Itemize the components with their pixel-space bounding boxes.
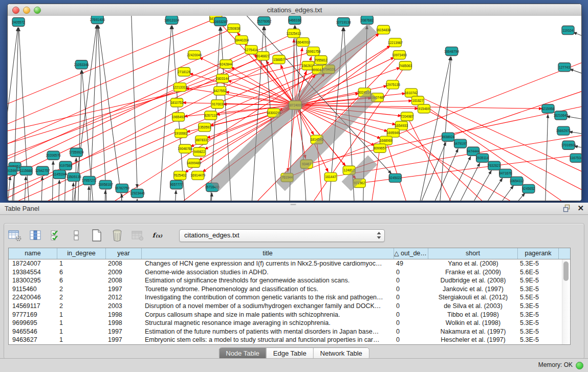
table-cell: 5.9E-5 [518, 276, 559, 285]
table-cell: Estimation of the future numbers of pati… [142, 327, 394, 336]
table-cell: 5.5E-5 [518, 293, 559, 302]
table-cell: Genome-wide association studies in ADHD. [142, 268, 394, 277]
table-cell: 2 [57, 302, 106, 311]
column-header-name[interactable]: name [9, 248, 57, 259]
table-cell: 2008 [106, 276, 142, 285]
table-cell: 9463627 [9, 336, 57, 344]
table-cell: Changes of HCN gene expression and I(f) … [142, 259, 394, 268]
column-header-out_de[interactable]: △ out_de… [394, 248, 428, 259]
table-toolbar: f (x) citations_edges.txt [8, 228, 385, 243]
table-row[interactable]: 977716911998Corpus callosum shape and si… [9, 311, 570, 319]
table-cell: 2 [57, 293, 106, 302]
table-cell: 5.6E-5 [518, 268, 559, 277]
table-cell: 5.3E-5 [518, 327, 559, 336]
table-cell: 1997 [106, 336, 142, 344]
table-cell: 1998 [106, 319, 142, 327]
window-title: citations_edges.txt [8, 4, 581, 16]
table-settings-icon[interactable] [8, 229, 21, 242]
table-header: namein_degreeyeartitle△ out_de…shortpage… [9, 248, 570, 259]
table-cell: 2009 [106, 268, 142, 277]
table-panel-title: Table Panel [5, 203, 39, 214]
table-cell: 9465546 [9, 327, 57, 336]
table-cell: 49 [394, 259, 428, 268]
column-header-pagerank[interactable]: pagerank [518, 248, 559, 259]
table-row[interactable]: 1938455462009Genome-wide association stu… [9, 268, 570, 277]
screen: citations_edges.txt 18724007183002952242… [0, 0, 588, 372]
table-cell: 9699695 [9, 319, 57, 327]
table-row[interactable]: 946554611997Estimation of the future num… [9, 327, 570, 336]
table-cell: 22420046 [9, 293, 57, 302]
table-cell: 0 [394, 319, 428, 327]
network-canvas[interactable]: 1872400718300295224200469242844271812628… [8, 16, 581, 201]
table-cell: Hescheler et al. (1997) [428, 336, 518, 344]
table-scrollbar[interactable] [562, 259, 570, 344]
table-row[interactable]: 2242004622012Investigating the contribut… [9, 293, 570, 302]
float-window-icon[interactable] [563, 204, 571, 212]
function-builder-icon[interactable]: f (x) [151, 229, 165, 242]
table-row[interactable]: 1872400712008Changes of HCN gene express… [9, 259, 570, 268]
table-cell: 5.3E-5 [518, 285, 559, 294]
table-cell: 0 [394, 276, 428, 285]
table-cell: Franke et al. (2009) [428, 268, 518, 277]
delete-table-icon[interactable] [111, 229, 124, 242]
column-header-title[interactable]: title [142, 248, 394, 259]
resize-grip-icon[interactable] [7, 15, 580, 200]
table-cell: Yano et al. (2008) [428, 259, 518, 268]
table-cell: 1 [57, 311, 106, 319]
table-cell: 1997 [106, 285, 142, 294]
table-panel-header[interactable]: Table Panel ✕ [0, 203, 588, 215]
table-cell: 19384554 [9, 268, 57, 277]
table-cell: 0 [394, 268, 428, 277]
column-header-in_degree[interactable]: in_degree [57, 248, 106, 259]
table-row[interactable]: 969969511998Structural magnetic resonanc… [9, 319, 570, 327]
svg-text:(x): (x) [156, 233, 163, 238]
table-cell: 0 [394, 285, 428, 294]
table-scrollbar-thumb[interactable] [563, 261, 569, 281]
new-table-icon[interactable] [90, 229, 103, 242]
panel-divider-grip[interactable] [290, 203, 296, 205]
network-table-select[interactable]: citations_edges.txt [179, 229, 385, 242]
row-select-icon[interactable] [49, 229, 62, 242]
table-panel: Table Panel ✕ [0, 203, 588, 372]
table-cell: 1 [57, 259, 106, 268]
table-body: 1872400712008Changes of HCN gene express… [9, 259, 570, 344]
table-row[interactable]: 1830029562008Estimation of significance … [9, 276, 570, 285]
table-cell: 5.3E-5 [518, 336, 559, 344]
table-cell: 1 [57, 319, 106, 327]
column-header-year[interactable]: year [106, 248, 142, 259]
table-cell: Disruption of a novel member of a sodium… [142, 302, 394, 311]
status-bar: Memory: OK [0, 358, 588, 372]
table-cell: 5.3E-5 [518, 311, 559, 319]
table-row[interactable]: 1456911722003Disruption of a novel membe… [9, 302, 570, 311]
column-visibility-icon[interactable] [29, 229, 42, 242]
tab-edge-table[interactable]: Edge Table [266, 348, 313, 359]
memory-status-indicator[interactable] [576, 362, 583, 369]
import-table-disabled-icon [131, 229, 144, 242]
table-cell: Embryonic stem cells: a model to study s… [142, 336, 394, 344]
network-window[interactable]: citations_edges.txt 18724007183002952242… [7, 4, 582, 201]
table-cell: 1998 [106, 311, 142, 319]
table-cell: 5.3E-5 [518, 319, 559, 327]
table-cell: 0 [394, 311, 428, 319]
table-cell: 1997 [106, 327, 142, 336]
table-cell: Stergiakouli et al. (2012) [428, 293, 518, 302]
table-cell: Structural magnetic resonance image aver… [142, 319, 394, 327]
table-cell: 0 [394, 293, 428, 302]
column-header-short[interactable]: short [428, 248, 518, 259]
tab-node-table[interactable]: Node Table [219, 348, 266, 359]
tab-network-table[interactable]: Network Table [313, 348, 369, 359]
table-cell: 9777169 [9, 311, 57, 319]
close-panel-icon[interactable]: ✕ [577, 204, 584, 212]
merge-rows-icon[interactable] [70, 229, 83, 242]
table-row[interactable]: 911546021997Tourette syndrome. Phenomeno… [9, 285, 570, 294]
table-row[interactable]: 946362711997Embryonic stem cells: a mode… [9, 336, 570, 344]
table-cell: 2008 [106, 259, 142, 268]
table-cell: 1 [57, 336, 106, 344]
table-cell: 1 [57, 327, 106, 336]
table-cell: 5.3E-5 [518, 302, 559, 311]
network-table-select-value: citations_edges.txt [184, 230, 239, 241]
table-cell: Estimation of significance thresholds fo… [142, 276, 394, 285]
table-cell: 5.3E-5 [518, 259, 559, 268]
table-cell: 18300295 [9, 276, 57, 285]
table-cell: 2003 [106, 302, 142, 311]
